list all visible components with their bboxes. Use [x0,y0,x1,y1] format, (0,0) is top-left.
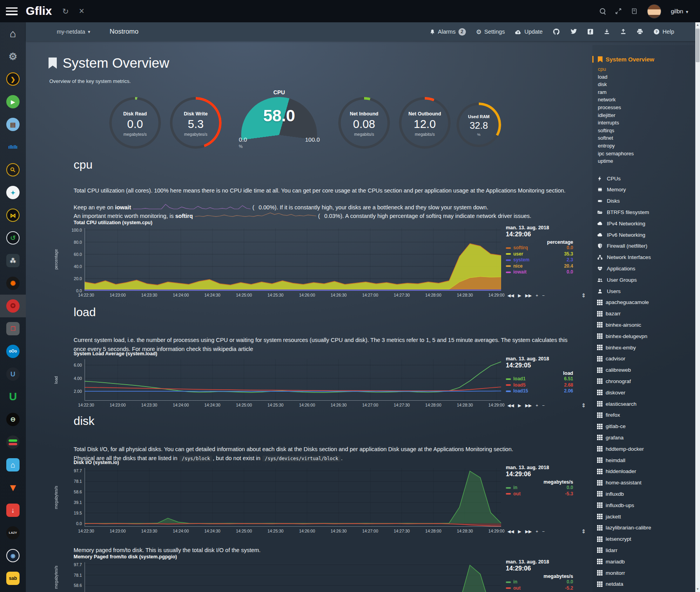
menu-app-influxdb-ups[interactable]: influxdb-ups [597,500,694,511]
sidebar-app-lazylibrarian-search[interactable]: ⚲ [0,158,26,181]
sidebar-app-download-app[interactable]: ↓ [0,499,26,522]
menu-section-cpus[interactable]: CPUs [597,173,694,184]
zoom-out-icon[interactable]: − [542,529,545,534]
refresh-icon[interactable]: ↻ [62,7,69,15]
menu-app-binhex-airsonic[interactable]: binhex-airsonic [597,319,694,331]
menu-item-cpu[interactable]: cpu [598,65,694,73]
menu-item-softnet[interactable]: softnet [598,134,694,142]
gauge-net-inbound[interactable]: Net Inbound0.08megabits/s [338,97,390,149]
menu-app-lazylibrarian-calibre[interactable]: lazylibrarian-calibre [597,522,694,533]
zoom-in-icon[interactable]: + [536,529,538,534]
menu-app-grafana[interactable]: grafana [597,432,694,443]
menu-section-firewall--netfilter-[interactable]: Firewall (netfilter) [597,241,694,252]
menu-item-softirqs[interactable]: softirqs [598,127,694,135]
help-button[interactable]: ? Help [653,29,674,35]
close-tab-icon[interactable]: × [79,7,84,16]
print-button[interactable] [637,29,643,35]
legend-row-out[interactable]: out-5.2 [506,585,573,592]
menu-app-influxdb[interactable]: influxdb [597,488,694,500]
menu-item-idlejitter[interactable]: idlejitter [598,112,694,119]
legend-row-user[interactable]: user35.3 [506,251,573,257]
menu-item-uptime[interactable]: uptime [598,157,694,165]
play-icon[interactable]: ▶ [518,529,521,534]
sidebar-app-airsonic[interactable]: ıllıllı [0,136,26,158]
legend-row-softirq[interactable]: softirq0.0 [506,245,573,251]
sidebar-app-lazylibrarian[interactable]: LAZY [0,522,26,544]
legend-row-in[interactable]: in0.0 [506,579,573,585]
play-icon[interactable]: ▶ [518,403,521,408]
scroll-up-arrow[interactable]: ▲ [695,22,700,28]
pan-left-icon[interactable]: ◀◀ [507,529,514,534]
chart-resize-handle[interactable]: ⇕ [581,528,586,534]
sidebar-app-home-assistant[interactable]: ⌂ [0,453,26,476]
pan-left-icon[interactable]: ◀◀ [507,293,514,298]
sidebar-app-gitlab[interactable]: ▼ [0,476,26,499]
legend-row-load15[interactable]: load152.06 [506,388,573,394]
scrollbar-thumb[interactable] [696,29,700,62]
twitter-link[interactable] [570,29,577,35]
sidebar-app-swirl-app[interactable]: ↺ [0,227,26,249]
menu-app-elasticsearch[interactable]: elasticsearch [597,398,694,410]
sidebar-app-monitorr[interactable] [0,431,26,453]
gauge-disk-write[interactable]: Disk Write5.3megabytes/s [170,97,222,149]
sidebar-app-ubooquity[interactable]: U [0,363,26,385]
menu-app-binhex-delugevpn[interactable]: binhex-delugevpn [597,331,694,342]
netdata-server-dropdown[interactable]: my-netdata▼ [57,22,91,41]
menu-app-hddtemp-docker[interactable]: hddtemp-docker [597,443,694,455]
sidebar-app-drop-app[interactable]: ◉ [0,544,26,567]
menu-app-diskover[interactable]: diskover [597,387,694,398]
hamburger-menu-icon[interactable] [6,7,18,15]
menu-item-interrupts[interactable]: interrupts [598,119,694,127]
cpu-gauge-chart[interactable]: CPU 58.0 0.0 100.0 % [228,86,330,152]
pan-right-icon[interactable]: ▶▶ [525,293,532,298]
sidebar-app-settings-gear[interactable]: ⚙ [0,45,26,68]
legend-row-system[interactable]: system2.3 [506,257,573,263]
gauge-disk-read[interactable]: Disk Read0.0megabytes/s [109,97,161,149]
page-scrollbar[interactable]: ▲ ▼ [695,22,700,592]
settings-button[interactable]: ⚙ Settings [476,28,505,36]
sidebar-app-home[interactable]: ⌂ [0,22,26,45]
sidebar-app-diskover[interactable]: ⁂ [0,249,26,272]
menu-section-memory[interactable]: Memory [597,184,694,196]
zoom-in-icon[interactable]: + [536,403,538,408]
menu-app-binhex-emby[interactable]: binhex-emby [597,342,694,353]
gauge-used-ram[interactable]: Used RAM32.8% [456,103,501,147]
menu-app-chronograf[interactable]: chronograf [597,376,694,387]
menu-app-jackett[interactable]: jackett [597,511,694,522]
import-snapshot-button[interactable] [604,29,610,35]
menu-section-applications[interactable]: Applications [597,263,694,274]
menu-item-entropy[interactable]: entropy [598,142,694,150]
sidebar-app-emby[interactable]: ▶ [0,90,26,113]
menu-app-mariadb[interactable]: mariadb [597,556,694,567]
menu-app-firefox[interactable]: firefox [597,409,694,421]
changelog-book-icon[interactable] [631,8,638,14]
chart-load[interactable]: System Load Average (system.load)load6.0… [85,359,501,401]
chart-resize-handle[interactable]: ⇕ [581,402,586,408]
search-icon[interactable] [600,8,606,14]
sidebar-app-plex[interactable]: ❯ [0,68,26,90]
sidebar-app-bowtie-app[interactable]: ⋈ [0,204,26,227]
menu-section-ipv6-networking[interactable]: IPv6 Networking [597,229,694,241]
menu-app-cadvisor[interactable]: cadvisor [597,353,694,364]
chart-mem[interactable]: Memory Paged from/to disk (system.pgpgio… [85,562,501,592]
zoom-out-icon[interactable]: − [542,293,545,298]
update-button[interactable]: Update [515,29,543,35]
user-avatar[interactable] [647,4,661,18]
user-menu[interactable]: gilbn▼ [671,8,689,14]
menu-app-apacheguacamole[interactable]: apacheguacamole [597,297,694,308]
menu-app-hiddenloader[interactable]: hiddenloader [597,466,694,477]
menu-section-network-interfaces[interactable]: Network Interfaces [597,252,694,263]
sidebar-app-sabnzbd[interactable]: sab [0,567,26,590]
menu-item-disk[interactable]: disk [598,81,694,88]
facebook-link[interactable] [587,29,594,35]
zoom-in-icon[interactable]: + [536,293,538,298]
menu-app-gitlab-ce[interactable]: gitlab-ce [597,421,694,432]
menu-item-load[interactable]: load [598,73,694,81]
pan-right-icon[interactable]: ▶▶ [525,529,532,534]
scroll-down-arrow[interactable]: ▼ [695,587,700,592]
pan-right-icon[interactable]: ▶▶ [525,403,532,408]
menu-app-calibreweb[interactable]: calibreweb [597,364,694,376]
export-snapshot-button[interactable] [620,29,626,35]
legend-row-in[interactable]: in0.0 [506,485,573,491]
sidebar-app-grafana[interactable]: ✺ [0,272,26,295]
